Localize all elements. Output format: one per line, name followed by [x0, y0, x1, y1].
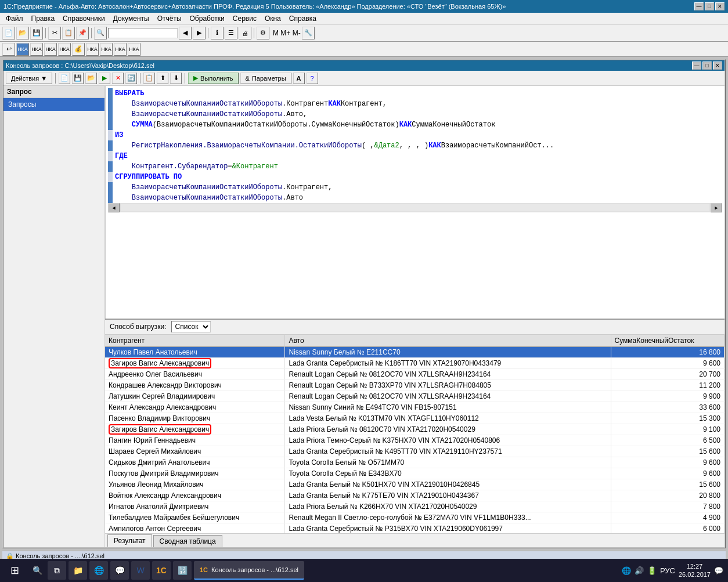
menu-processing[interactable]: Обработки	[186, 13, 228, 24]
toolbar2-btn8[interactable]: НКА	[100, 43, 113, 56]
task-view-btn[interactable]: ⧉	[48, 561, 66, 580]
toolbar-search[interactable]: 🔍	[94, 27, 107, 39]
toolbar2-btn3[interactable]: НКА	[30, 43, 43, 56]
table-row[interactable]: Чулков Павел Анатольевич Nissan Sunny Бе…	[105, 346, 725, 357]
toolbar-open[interactable]: 📂	[16, 27, 29, 39]
file-explorer-btn[interactable]: 📁	[69, 561, 87, 580]
notifications-icon[interactable]: 💬	[714, 566, 723, 575]
toolbar-print[interactable]: 🖨	[239, 27, 251, 39]
table-row[interactable]: Кеинт Александр Александрович Nissan Sun…	[105, 402, 725, 413]
inner-minimize[interactable]: —	[692, 62, 701, 70]
close-btn[interactable]: ✕	[715, 2, 725, 10]
inner-btn-load[interactable]: 📂	[85, 73, 97, 84]
clock[interactable]: 12:27 26.02.2017	[679, 562, 711, 579]
toolbar-list[interactable]: ☰	[225, 27, 237, 39]
toolbar2-btn5[interactable]: НКА	[58, 43, 71, 56]
lang-indicator[interactable]: РУС	[660, 566, 675, 575]
table-row[interactable]: Поскутов Дмитрий Владимирович Toyota Cor…	[105, 468, 725, 479]
menu-service[interactable]: Сервис	[229, 13, 260, 24]
inner-btn-refresh[interactable]: 🔄	[125, 73, 137, 84]
minimize-btn[interactable]: —	[694, 2, 704, 10]
kw-group: СГРУППИРОВАТЬ ПО	[115, 172, 182, 182]
table-row[interactable]: Латушкин Сергей Владимирович Renault Log…	[105, 391, 725, 402]
inner-btn-copy2[interactable]: 📋	[143, 73, 155, 84]
menu-reports[interactable]: Отчёты	[154, 13, 185, 24]
scroll-right-btn[interactable]: ▶	[711, 203, 722, 212]
table-row[interactable]: Ампилогов Антон Сергеевич Lada Granta Се…	[105, 523, 725, 533]
table-row[interactable]: Ульянов Леонид Михайлович Lada Granta Бе…	[105, 479, 725, 490]
inner-btn-down[interactable]: ⬇	[170, 73, 182, 84]
toolbar-settings[interactable]: ⚙	[257, 27, 269, 39]
table-row[interactable]: Кондрашев Александр Викторович Renault L…	[105, 379, 725, 391]
scroll-left-btn[interactable]: ◀	[108, 203, 120, 212]
inner-btn-font[interactable]: A	[293, 73, 305, 84]
table-row[interactable]: Игнатов Анатолий Дмитриевич Lada Priora …	[105, 501, 725, 512]
word-btn[interactable]: W	[131, 561, 150, 580]
tab-bar: Результат Сводная таблица	[105, 533, 725, 547]
table-row[interactable]: Войтюк Александр Александрович Lada Gran…	[105, 490, 725, 501]
table-row[interactable]: Пангин Юрий Геннадьевич Lada Priora Темн…	[105, 435, 725, 446]
toolbar2-btn1[interactable]: ↩	[2, 43, 15, 56]
menu-references[interactable]: Справочники	[59, 13, 109, 24]
toolbar-cut[interactable]: ✂	[48, 27, 61, 39]
execute-btn[interactable]: ▶ Выполнить	[188, 73, 238, 84]
menu-help[interactable]: Справка	[286, 13, 320, 24]
inner-btn-save[interactable]: 💾	[72, 73, 84, 84]
menu-file[interactable]: Файл	[2, 13, 27, 24]
actions-btn[interactable]: Действия ▼	[6, 73, 52, 84]
inner-btn-new[interactable]: 📄	[59, 73, 70, 84]
active-app-btn[interactable]: 1C Консоль запросов - ...\б12.sel	[194, 561, 304, 580]
inner-maximize[interactable]: □	[702, 62, 712, 70]
onec-btn[interactable]: 1C	[152, 561, 171, 580]
tab-result[interactable]: Результат	[107, 534, 152, 547]
queries-item[interactable]: Запросы	[3, 98, 104, 111]
calc-btn[interactable]: 🔢	[173, 561, 192, 580]
toolbar-paste[interactable]: 📌	[76, 27, 89, 39]
toolbar-save[interactable]: 💾	[30, 27, 43, 39]
search-button[interactable]: 🔍	[29, 562, 45, 579]
code-sum-content: (ВзаиморасчетыКомпанииОстаткиИОбороты.Су…	[153, 120, 399, 130]
tab-summary[interactable]: Сводная таблица	[153, 535, 222, 547]
battery-icon[interactable]: 🔋	[647, 566, 657, 575]
toolbar-new[interactable]: 📄	[2, 27, 15, 39]
search-input[interactable]	[108, 28, 178, 38]
toolbar2-btn7[interactable]: НКА	[86, 43, 99, 56]
table-row[interactable]: Сидьков Дмитрий Анатольевич Toyota Corol…	[105, 457, 725, 468]
inner-btn-help[interactable]: ?	[307, 73, 318, 84]
toolbar-extra[interactable]: 🔧	[302, 27, 315, 39]
toolbar-info[interactable]: ℹ	[211, 27, 224, 39]
h-scrollbar[interactable]: ◀ ▶	[108, 203, 722, 212]
inner-close[interactable]: ✕	[713, 62, 722, 70]
speaker-icon[interactable]: 🔊	[635, 566, 644, 575]
toolbar2-btn4[interactable]: НКА	[44, 43, 57, 56]
toolbar2-btn10[interactable]: НКА	[128, 43, 140, 56]
table-row[interactable]: Загиров Вагис Александрович Lada Priora …	[105, 424, 725, 435]
toolbar-next[interactable]: ▶	[193, 27, 206, 39]
table-row[interactable]: Шараев Сергей Михайлович Lada Granta Сер…	[105, 446, 725, 457]
toolbar-prev[interactable]: ◀	[179, 27, 192, 39]
code-line-7: ГДЕ	[108, 151, 722, 161]
table-row[interactable]: Андреенко Олег Васильевич Renault Logan …	[105, 368, 725, 379]
menu-edit[interactable]: Правка	[28, 13, 59, 24]
maximize-btn[interactable]: □	[705, 2, 714, 10]
skype-btn[interactable]: 💬	[110, 561, 129, 580]
network-icon[interactable]: 🌐	[622, 566, 631, 575]
table-row[interactable]: Загиров Вагис Александрович Lada Granta …	[105, 357, 725, 368]
scrollbar-track[interactable]	[121, 204, 709, 211]
chrome-btn[interactable]: 🌐	[89, 561, 108, 580]
table-row[interactable]: Пасенко Владимир Викторович Lada Vesta Б…	[105, 413, 725, 424]
toolbar-copy[interactable]: 📋	[62, 27, 75, 39]
table-row[interactable]: Тилебалдиев Майрамбек Бейшегулович Renau…	[105, 512, 725, 523]
menu-documents[interactable]: Документы	[110, 13, 153, 24]
toolbar2-btn2[interactable]: НКА	[16, 43, 29, 56]
menu-windows[interactable]: Окна	[261, 13, 284, 24]
toolbar2-btn9[interactable]: НКА	[114, 43, 127, 56]
inner-btn-run-green[interactable]: ▶	[99, 73, 110, 84]
code-editor[interactable]: ВЫБРАТЬ ВзаиморасчетыКомпанииОстаткиИОбо…	[105, 86, 725, 319]
inner-btn-up[interactable]: ⬆	[157, 73, 168, 84]
inner-btn-stop[interactable]: ✕	[112, 73, 124, 84]
start-button[interactable]: ⊞	[2, 561, 27, 580]
output-type-select[interactable]: Список Дерево	[171, 321, 211, 332]
toolbar2-btn6[interactable]: 💰	[72, 43, 85, 56]
params-btn[interactable]: & Параметры	[240, 73, 291, 84]
